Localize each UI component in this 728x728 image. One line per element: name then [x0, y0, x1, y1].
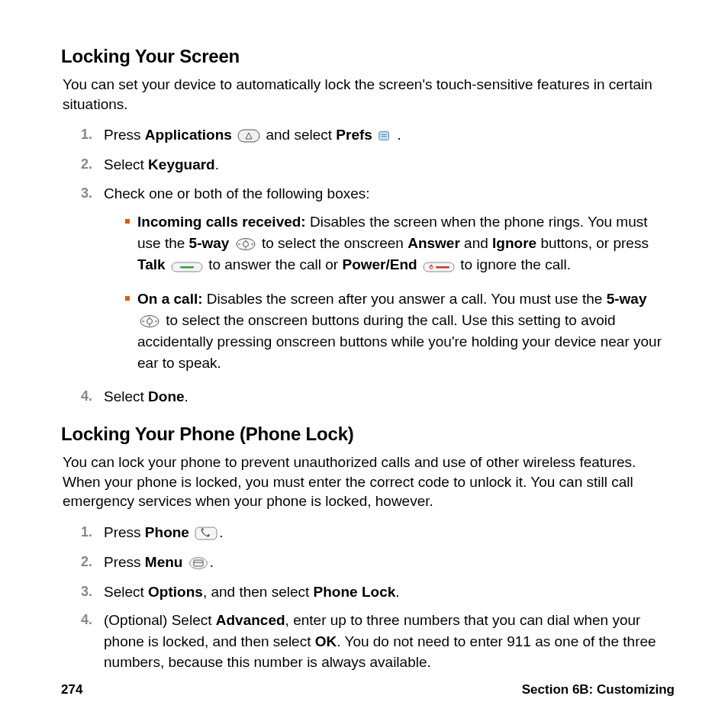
steps-phone-lock: Press Phone . Press Menu . Select Option…: [61, 522, 675, 673]
svg-rect-0: [238, 130, 259, 142]
text: .: [210, 554, 214, 570]
bold: Phone: [145, 524, 189, 540]
phone-key-icon: [195, 523, 217, 544]
bold: Incoming calls received:: [137, 214, 306, 230]
text: to select the onscreen buttons during th…: [137, 312, 662, 371]
step-2: Select Keyguard.: [81, 154, 675, 176]
text: to select the onscreen: [262, 235, 407, 251]
five-way-icon: [235, 234, 256, 255]
text: , and then select: [203, 584, 314, 600]
intro-phone-lock: You can lock your phone to prevent unaut…: [63, 453, 675, 511]
bold: Ignore: [492, 235, 536, 251]
bold: Advanced: [216, 612, 285, 628]
text: Check one or both of the following boxes…: [104, 185, 370, 201]
bold: Phone Lock: [314, 584, 396, 600]
step-3: Check one or both of the following boxes…: [81, 183, 675, 374]
bold: Keyguard: [148, 156, 215, 172]
step-3: Select Options, and then select Phone Lo…: [81, 581, 675, 603]
bold: Menu: [145, 554, 183, 570]
svg-point-23: [189, 557, 207, 569]
step-4: (Optional) Select Advanced, enter up to …: [81, 610, 675, 673]
bold: OK: [315, 633, 337, 649]
bold: Done: [148, 388, 185, 404]
text: Select: [104, 156, 148, 172]
step-1: Press Phone .: [81, 522, 675, 544]
power-end-key-icon: [423, 256, 455, 277]
bold: Power/End: [342, 256, 417, 272]
bold: Answer: [407, 235, 460, 251]
prefs-icon: [378, 125, 391, 147]
text: to answer the call or: [208, 256, 342, 272]
sub-options: Incoming calls received: Disables the sc…: [104, 211, 675, 373]
text: .: [219, 524, 223, 540]
bold: Prefs: [336, 127, 372, 143]
talk-key-icon: [171, 256, 203, 277]
text: and select: [266, 127, 336, 143]
svg-rect-1: [379, 132, 389, 140]
text: Disables the screen after you answer a c…: [203, 291, 607, 307]
bold: 5-way: [607, 291, 647, 307]
text: (Optional) Select: [104, 612, 216, 628]
step-2: Press Menu .: [81, 552, 675, 574]
text: Press: [104, 554, 145, 570]
steps-locking-screen: Press Applications and select Prefs . Se…: [61, 124, 675, 407]
text: and: [460, 235, 492, 251]
page-footer: 274 Section 6B: Customizing: [61, 682, 675, 697]
bold: 5-way: [189, 235, 230, 251]
step-1: Press Applications and select Prefs .: [81, 124, 675, 147]
bold: Talk: [137, 256, 166, 272]
manual-page: Locking Your Screen You can set your dev…: [0, 0, 728, 728]
text: to ignore the call.: [460, 256, 571, 272]
section-label: Section 6B: Customizing: [522, 682, 675, 697]
bold: On a call:: [137, 291, 203, 307]
text: .: [395, 584, 399, 600]
intro-locking-screen: You can set your device to automatically…: [63, 75, 675, 114]
svg-rect-11: [180, 266, 194, 269]
text: Select: [104, 388, 148, 404]
heading-locking-screen: Locking Your Screen: [61, 46, 675, 67]
step-4: Select Done.: [81, 386, 675, 407]
bold: Options: [148, 584, 203, 600]
svg-rect-15: [436, 266, 449, 269]
section-phone-lock: Locking Your Phone (Phone Lock) You can …: [61, 424, 675, 673]
text: buttons, or press: [536, 235, 649, 251]
text: .: [397, 127, 401, 143]
text: .: [185, 388, 188, 404]
sub-incoming-calls: Incoming calls received: Disables the sc…: [127, 211, 675, 276]
page-number: 274: [61, 682, 82, 697]
svg-rect-22: [195, 527, 217, 540]
heading-phone-lock: Locking Your Phone (Phone Lock): [61, 424, 675, 445]
text: Select: [104, 584, 148, 600]
sub-on-a-call: On a call: Disables the screen after you…: [127, 288, 675, 373]
five-way-icon: [139, 311, 160, 332]
bold: Applications: [145, 127, 232, 143]
applications-icon: [237, 125, 260, 147]
menu-key-icon: [188, 552, 208, 574]
text: .: [215, 156, 219, 172]
text: Press: [104, 524, 145, 540]
text: Press: [104, 127, 145, 143]
